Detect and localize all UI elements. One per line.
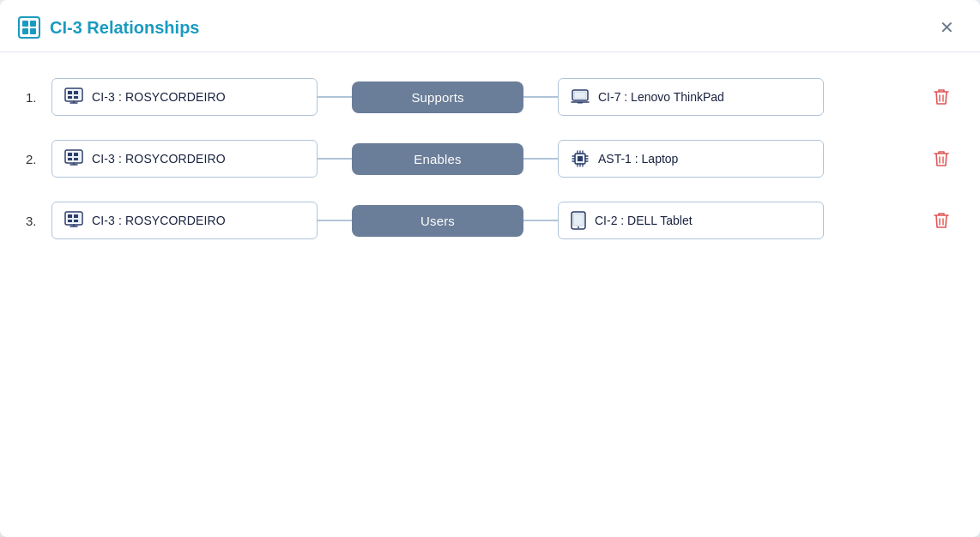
svg-rect-10 xyxy=(74,96,78,99)
source-ci-box: CI-3 : ROSYCORDEIRO xyxy=(51,202,318,239)
target-ci-box: CI-7 : Lenovo ThinkPad xyxy=(558,78,824,116)
connector-line xyxy=(318,96,352,98)
relationship-row: 2. CI-3 : ROSYCORDEIRO Enables xyxy=(26,140,954,178)
close-button[interactable]: ✕ xyxy=(935,15,959,39)
svg-rect-21 xyxy=(578,156,583,161)
modal-title: CI-3 Relationships xyxy=(50,18,199,38)
svg-rect-8 xyxy=(74,91,78,94)
source-label: CI-3 : ROSYCORDEIRO xyxy=(92,214,226,227)
connector-line xyxy=(318,158,352,160)
chip-icon xyxy=(571,149,590,168)
relationship-badge: Supports xyxy=(352,81,523,113)
target-label: CI-7 : Lenovo ThinkPad xyxy=(598,90,724,104)
row-number: 2. xyxy=(26,152,51,166)
row-number: 1. xyxy=(26,90,51,105)
svg-rect-25 xyxy=(74,214,78,218)
svg-rect-27 xyxy=(74,220,78,222)
title-group: CI-3 Relationships xyxy=(17,15,199,39)
source-ci-box: CI-3 : ROSYCORDEIRO xyxy=(51,78,318,116)
svg-rect-0 xyxy=(19,17,39,38)
relationship-badge: Enables xyxy=(352,143,523,175)
target-ci-box: CI-2 : DELL Tablet xyxy=(558,202,824,239)
modal-container: CI-3 Relationships ✕ 1. xyxy=(0,0,980,537)
header-icon xyxy=(17,15,41,39)
connector-line xyxy=(318,220,352,221)
svg-rect-19 xyxy=(74,158,78,160)
svg-rect-16 xyxy=(68,153,72,156)
delete-button[interactable] xyxy=(929,147,954,171)
svg-rect-4 xyxy=(30,28,36,34)
row-number: 3. xyxy=(26,214,51,228)
target-label: CI-2 : DELL Tablet xyxy=(595,214,693,227)
target-label: AST-1 : Laptop xyxy=(598,152,678,166)
delete-button[interactable] xyxy=(929,85,954,109)
modal-body: 1. CI-3 : ROSYCORDEIRO Supports xyxy=(0,52,980,281)
source-label: CI-3 : ROSYCORDEIRO xyxy=(92,152,226,166)
relationship-row: 1. CI-3 : ROSYCORDEIRO Supports xyxy=(26,78,954,116)
svg-rect-12 xyxy=(574,92,586,99)
source-ci-box: CI-3 : ROSYCORDEIRO xyxy=(51,140,318,178)
svg-rect-1 xyxy=(22,21,28,27)
modal-header: CI-3 Relationships ✕ xyxy=(0,0,980,52)
connector-line xyxy=(523,158,558,160)
connector-line xyxy=(523,96,558,98)
svg-rect-24 xyxy=(68,214,72,218)
tablet-icon xyxy=(571,211,586,230)
laptop-icon xyxy=(571,87,590,106)
monitor-icon xyxy=(64,149,83,168)
svg-rect-9 xyxy=(68,96,72,99)
svg-rect-26 xyxy=(68,220,72,222)
svg-rect-29 xyxy=(573,214,584,226)
svg-rect-18 xyxy=(68,158,72,160)
svg-rect-17 xyxy=(74,153,78,156)
monitor-icon xyxy=(64,211,83,230)
delete-button[interactable] xyxy=(929,208,954,232)
connector-line xyxy=(523,220,558,221)
svg-rect-2 xyxy=(30,21,36,27)
svg-point-30 xyxy=(578,226,579,228)
target-ci-box: AST-1 : Laptop xyxy=(558,140,824,178)
source-label: CI-3 : ROSYCORDEIRO xyxy=(92,90,226,104)
svg-rect-3 xyxy=(22,28,28,34)
svg-rect-7 xyxy=(68,91,72,94)
monitor-icon xyxy=(64,87,83,106)
relationship-row: 3. CI-3 : ROSYCORDEIRO Users xyxy=(26,202,954,239)
svg-rect-13 xyxy=(578,102,583,104)
relationship-badge: Users xyxy=(352,205,523,237)
